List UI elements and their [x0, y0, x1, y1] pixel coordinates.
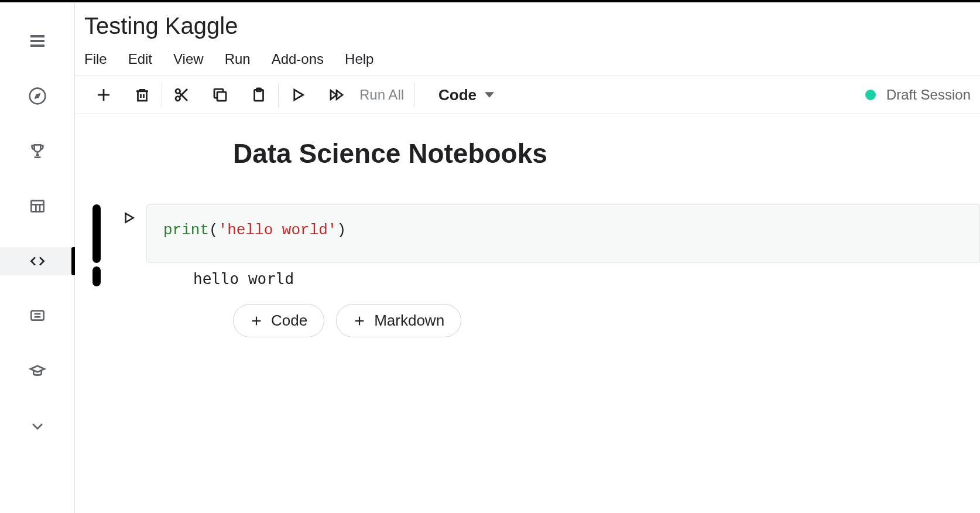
cell-type-dropdown[interactable]: Code — [438, 86, 494, 104]
svg-rect-5 — [31, 201, 43, 212]
chevron-down-icon — [28, 417, 47, 436]
sidebar-item-datasets[interactable] — [0, 192, 75, 220]
run-this-cell-button[interactable] — [111, 204, 146, 263]
add-cell-row: Code Markdown — [233, 304, 980, 337]
sidebar-item-home[interactable] — [0, 82, 75, 110]
sidebar-item-competitions[interactable] — [0, 137, 75, 165]
cell-output: hello world — [111, 266, 294, 288]
play-icon — [289, 86, 307, 104]
code-token-str: 'hello world' — [218, 221, 337, 239]
comment-icon — [28, 307, 47, 326]
code-cell-row: print('hello world') — [92, 204, 980, 263]
add-markdown-cell-button[interactable]: Markdown — [336, 304, 461, 337]
menu-help[interactable]: Help — [345, 51, 374, 67]
table-icon — [28, 197, 47, 216]
plus-icon — [353, 314, 366, 327]
session-status: Draft Session — [865, 87, 971, 103]
sidebar-item-more[interactable] — [0, 412, 75, 440]
code-token-punc: ( — [209, 221, 218, 239]
main-area: Testing Kaggle File Edit View Run Add-on… — [75, 2, 980, 513]
notebook-content: Data Science Notebooks print('hello worl… — [75, 114, 980, 513]
output-selection-marker — [92, 266, 101, 286]
menu-button[interactable] — [0, 27, 75, 55]
status-label: Draft Session — [886, 87, 971, 103]
trophy-icon — [28, 142, 47, 160]
copy-button[interactable] — [211, 86, 229, 104]
svg-marker-25 — [294, 90, 303, 100]
code-icon — [28, 252, 47, 271]
clipboard-icon — [250, 86, 268, 104]
cell-type-label: Code — [438, 86, 477, 104]
menu-run[interactable]: Run — [225, 51, 251, 67]
play-icon — [121, 210, 136, 225]
cut-button[interactable] — [173, 86, 190, 104]
markdown-heading[interactable]: Data Science Notebooks — [233, 138, 980, 169]
sidebar — [0, 2, 75, 513]
dropdown-icon — [485, 90, 494, 100]
add-code-cell-button[interactable]: Code — [233, 304, 324, 337]
menu-addons[interactable]: Add-ons — [272, 51, 324, 67]
fast-forward-icon — [328, 86, 345, 104]
app-root: Testing Kaggle File Edit View Run Add-on… — [0, 0, 980, 513]
svg-point-18 — [176, 89, 180, 94]
plus-icon — [95, 86, 112, 104]
menu-edit[interactable]: Edit — [128, 51, 152, 67]
plus-icon — [250, 314, 263, 327]
add-cell-button[interactable] — [95, 86, 112, 104]
svg-marker-28 — [485, 92, 494, 98]
svg-point-19 — [176, 97, 180, 101]
menu-view[interactable]: View — [173, 51, 204, 67]
svg-rect-9 — [31, 311, 43, 320]
sidebar-item-code[interactable] — [0, 247, 75, 275]
output-row: hello world — [92, 266, 980, 288]
notebook-title[interactable]: Testing Kaggle — [84, 13, 971, 39]
cell-selection-marker — [92, 204, 101, 263]
status-dot-icon — [865, 90, 876, 100]
run-all-button[interactable] — [328, 86, 345, 104]
add-markdown-label: Markdown — [374, 312, 444, 330]
sidebar-item-discussions[interactable] — [0, 302, 75, 330]
menu-file[interactable]: File — [84, 51, 107, 67]
menubar: File Edit View Run Add-ons Help — [75, 43, 980, 76]
scissors-icon — [173, 86, 190, 104]
code-token-punc: ) — [337, 221, 346, 239]
add-code-label: Code — [271, 312, 307, 330]
copy-icon — [211, 86, 229, 104]
sidebar-item-courses[interactable] — [0, 357, 75, 385]
academic-icon — [28, 362, 47, 381]
run-cell-button[interactable] — [289, 86, 307, 104]
title-area: Testing Kaggle — [75, 2, 980, 43]
svg-marker-29 — [126, 213, 133, 222]
svg-rect-14 — [138, 91, 147, 101]
toolbar: Run All Code Draft Session — [75, 76, 980, 114]
code-cell-editor[interactable]: print('hello world') — [146, 204, 980, 263]
svg-marker-26 — [331, 91, 337, 100]
svg-rect-22 — [217, 92, 226, 101]
svg-marker-4 — [34, 93, 40, 100]
compass-icon — [28, 87, 47, 105]
trash-icon — [133, 86, 151, 104]
run-all-label[interactable]: Run All — [359, 87, 404, 103]
hamburger-icon — [28, 32, 47, 50]
code-token-fn: print — [163, 221, 209, 239]
paste-button[interactable] — [250, 86, 268, 104]
toolbar-divider — [414, 83, 415, 107]
delete-cell-button[interactable] — [133, 86, 151, 104]
